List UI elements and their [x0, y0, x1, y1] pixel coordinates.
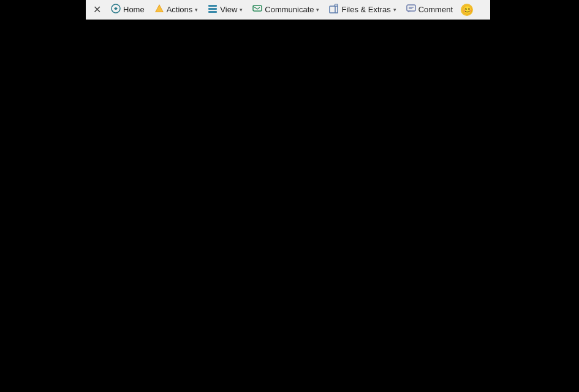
view-chevron: ▾: [240, 7, 243, 13]
comment-label: Comment: [418, 5, 453, 14]
files-extras-icon: [329, 4, 339, 15]
smiley-icon: 😊: [461, 4, 473, 16]
files-extras-button[interactable]: Files & Extras ▾: [325, 2, 400, 18]
home-button[interactable]: Home: [107, 2, 149, 18]
actions-chevron: ▾: [195, 7, 198, 13]
svg-rect-6: [253, 6, 262, 11]
main-toolbar: ✕ Home Actions ▾: [86, 0, 490, 20]
communicate-icon: [252, 4, 262, 15]
actions-button[interactable]: Actions ▾: [150, 2, 203, 18]
view-label: View: [220, 5, 237, 14]
svg-marker-2: [156, 6, 162, 12]
svg-rect-3: [208, 5, 217, 7]
communicate-button[interactable]: Communicate ▾: [248, 2, 324, 18]
comment-button[interactable]: Comment: [402, 2, 457, 18]
files-extras-chevron: ▾: [393, 7, 396, 13]
comment-icon: [406, 4, 416, 15]
view-button[interactable]: View ▾: [203, 2, 247, 18]
close-button[interactable]: ✕: [88, 1, 105, 18]
actions-icon: [154, 4, 164, 15]
smiley-button[interactable]: 😊: [458, 2, 475, 18]
communicate-chevron: ▾: [316, 7, 319, 13]
files-extras-label: Files & Extras: [341, 5, 390, 14]
svg-rect-8: [407, 5, 415, 11]
home-icon: [111, 4, 121, 16]
communicate-label: Communicate: [265, 5, 314, 14]
svg-rect-4: [208, 8, 217, 10]
main-content: [0, 20, 579, 392]
svg-rect-7: [330, 6, 335, 13]
svg-rect-5: [208, 11, 217, 13]
actions-label: Actions: [167, 5, 193, 14]
home-label: Home: [123, 5, 145, 14]
close-icon: ✕: [93, 4, 101, 15]
view-icon: [208, 4, 218, 15]
